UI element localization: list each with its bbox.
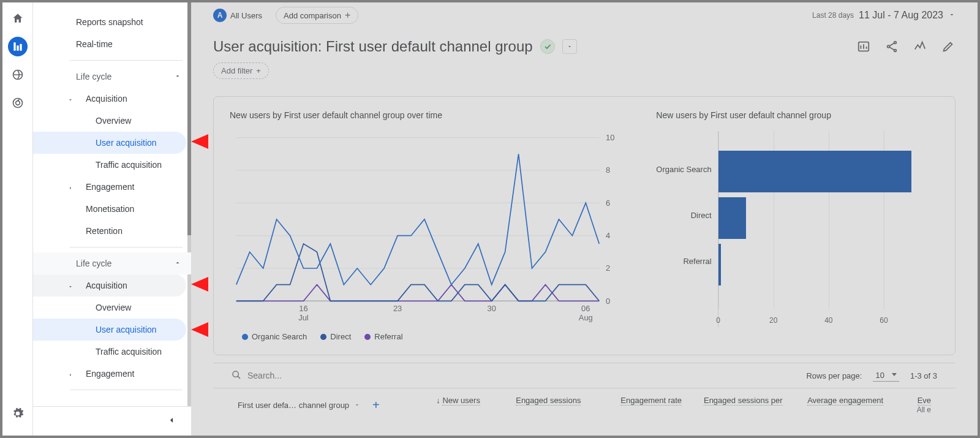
annotation-arrow-2 bbox=[191, 272, 265, 296]
caret-down-icon bbox=[67, 282, 74, 288]
nav-group-life-cycle-2[interactable]: Life cycle bbox=[33, 252, 191, 274]
nav-monetisation[interactable]: Monetisation bbox=[33, 198, 186, 220]
rows-per-page-select[interactable]: 10 bbox=[873, 369, 899, 382]
add-comparison-label: Add comparison bbox=[284, 11, 341, 20]
customize-report-icon[interactable] bbox=[856, 39, 871, 54]
title-dropdown-button[interactable] bbox=[562, 39, 577, 54]
nav-group-life-cycle-1[interactable]: Life cycle bbox=[33, 66, 191, 88]
chart-legend: Organic SearchDirectReferral bbox=[230, 332, 625, 341]
nav-user-acquisition-1[interactable]: User acquisition bbox=[33, 132, 186, 154]
edit-pencil-icon[interactable] bbox=[941, 39, 956, 54]
nav-label: Acquisition bbox=[86, 281, 127, 290]
svg-point-5 bbox=[888, 45, 890, 48]
col-engaged-sessions[interactable]: Engaged sessions bbox=[486, 396, 587, 414]
dim-label: First user defa… channel group bbox=[238, 401, 349, 410]
reports-icon[interactable] bbox=[8, 37, 28, 56]
nav-engagement-1[interactable]: Engagement bbox=[33, 176, 186, 198]
search-icon bbox=[232, 370, 241, 382]
bar-chart: Organic SearchDirectReferral 0204060 bbox=[656, 131, 939, 327]
svg-point-1 bbox=[13, 99, 22, 108]
svg-text:Aug: Aug bbox=[579, 313, 593, 322]
bar-category-label: Direct bbox=[691, 192, 718, 238]
col-avg-engagement[interactable]: Average engagement bbox=[789, 396, 890, 414]
nav-divider bbox=[70, 60, 183, 61]
nav-overview-1[interactable]: Overview bbox=[33, 110, 186, 132]
nav-label: Engagement bbox=[86, 182, 134, 192]
bar-segment bbox=[718, 244, 722, 285]
svg-text:Jul: Jul bbox=[298, 313, 309, 322]
settings-icon[interactable] bbox=[8, 404, 28, 423]
caret-down-icon bbox=[354, 401, 360, 410]
nav-retention[interactable]: Retention bbox=[33, 220, 186, 242]
col-new-users[interactable]: ↓ New users bbox=[385, 396, 486, 414]
report-sidebar: Reports snapshot Real-time Life cycle Ac… bbox=[33, 2, 191, 436]
svg-point-26 bbox=[233, 371, 238, 377]
segment-all-users[interactable]: A All Users bbox=[213, 6, 270, 25]
svg-point-4 bbox=[894, 42, 897, 44]
rows-per-page-label: Rows per page: bbox=[806, 371, 862, 380]
bar-category-label: Referral bbox=[683, 238, 717, 284]
home-icon[interactable] bbox=[8, 9, 28, 28]
charts-card: New users by First user default channel … bbox=[213, 96, 956, 355]
legend-item[interactable]: Direct bbox=[320, 332, 351, 341]
nav-overview-2[interactable]: Overview bbox=[33, 296, 186, 319]
collapse-sidebar-icon[interactable] bbox=[167, 415, 176, 427]
nav-label: Engagement bbox=[86, 369, 134, 379]
svg-text:0: 0 bbox=[606, 296, 610, 306]
legend-item[interactable]: Referral bbox=[364, 332, 402, 341]
sort-arrow-icon: ↓ bbox=[436, 396, 442, 405]
verified-check-icon bbox=[540, 39, 555, 54]
nav-acquisition-1[interactable]: Acquisition bbox=[33, 88, 186, 110]
table-toolbar: Rows per page: 10 1-3 of 3 bbox=[213, 363, 956, 388]
date-label: Last 28 days bbox=[812, 11, 854, 20]
sidebar-footer bbox=[33, 406, 191, 436]
svg-text:10: 10 bbox=[606, 133, 614, 142]
nav-engagement-2[interactable]: Engagement bbox=[33, 363, 186, 385]
nav-real-time[interactable]: Real-time bbox=[33, 33, 186, 55]
nav-group-label: Life cycle bbox=[76, 72, 111, 81]
svg-text:06: 06 bbox=[581, 304, 590, 313]
bar-chart-title: New users by First user default channel … bbox=[656, 110, 939, 120]
add-filter-label: Add filter bbox=[221, 66, 252, 75]
svg-text:8: 8 bbox=[606, 165, 610, 175]
plus-icon: + bbox=[345, 10, 350, 21]
caret-down-icon bbox=[67, 95, 74, 101]
col-engagement-rate[interactable]: Engagement rate bbox=[587, 396, 688, 414]
bar-axis-tick: 20 bbox=[769, 316, 777, 325]
annotation-arrow-1 bbox=[191, 129, 265, 154]
caret-right-icon bbox=[67, 370, 74, 376]
nav-traffic-acquisition-1[interactable]: Traffic acquisition bbox=[33, 154, 186, 176]
segment-badge: A bbox=[213, 9, 227, 22]
add-filter-button[interactable]: Add filter + bbox=[213, 62, 269, 79]
annotation-arrow-3 bbox=[191, 317, 265, 342]
nav-acquisition-2[interactable]: Acquisition bbox=[33, 274, 186, 296]
explore-icon[interactable] bbox=[8, 65, 28, 85]
advertising-icon[interactable] bbox=[8, 93, 28, 113]
add-comparison-button[interactable]: Add comparison + bbox=[276, 7, 358, 24]
dimension-selector[interactable]: First user defa… channel group + bbox=[232, 396, 385, 414]
table-search-input[interactable] bbox=[247, 371, 370, 380]
svg-point-6 bbox=[894, 50, 897, 52]
nav-reports-snapshot[interactable]: Reports snapshot bbox=[33, 11, 186, 33]
col-events[interactable]: EveAll e bbox=[889, 396, 937, 414]
svg-text:6: 6 bbox=[606, 198, 610, 208]
share-icon[interactable] bbox=[884, 39, 899, 54]
bar-category-label: Organic Search bbox=[656, 146, 717, 192]
caret-right-icon bbox=[67, 183, 74, 189]
svg-text:4: 4 bbox=[606, 231, 610, 240]
insights-icon[interactable] bbox=[913, 39, 927, 54]
line-chart-title: New users by First user default channel … bbox=[230, 110, 625, 120]
nav-user-acquisition-2[interactable]: User acquisition bbox=[33, 319, 186, 341]
date-range-picker[interactable]: Last 28 days 11 Jul - 7 Aug 2023 bbox=[812, 10, 956, 21]
nav-divider bbox=[70, 390, 183, 390]
col-engaged-sessions-per[interactable]: Engaged sessions per bbox=[688, 396, 789, 414]
plus-icon: + bbox=[256, 66, 261, 75]
nav-traffic-acquisition-2[interactable]: Traffic acquisition bbox=[33, 341, 186, 363]
bar-axis-tick: 60 bbox=[880, 316, 888, 325]
add-dimension-plus-icon[interactable]: + bbox=[372, 398, 380, 412]
chevron-up-icon bbox=[174, 72, 181, 81]
icon-rail bbox=[2, 2, 33, 436]
bar-axis-tick: 0 bbox=[716, 316, 720, 325]
main-area: A All Users Add comparison + Last 28 day… bbox=[191, 2, 978, 436]
bar-segment bbox=[718, 197, 746, 239]
